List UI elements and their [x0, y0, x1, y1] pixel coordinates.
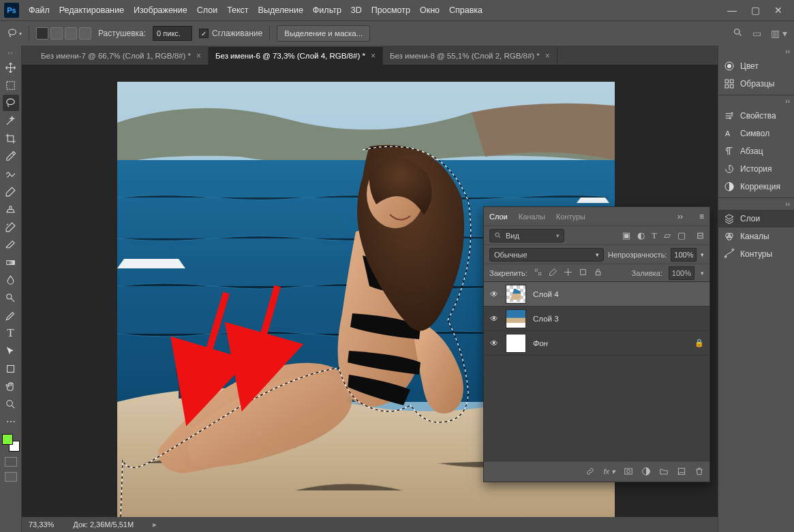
delete-layer-icon[interactable]	[694, 467, 704, 478]
layer-row[interactable]: 👁 Слой 3	[484, 307, 709, 331]
menu-layer[interactable]: Слои	[197, 5, 217, 15]
quick-mask-toggle[interactable]	[5, 457, 17, 467]
status-more-icon[interactable]: ▸	[153, 520, 157, 529]
filter-shape-icon[interactable]: ▱	[664, 230, 671, 241]
panel-character[interactable]: AСимвол	[718, 125, 794, 142]
history-brush-tool[interactable]	[3, 219, 19, 235]
window-close[interactable]: ✕	[767, 5, 790, 16]
add-adjustment-icon[interactable]	[641, 467, 651, 478]
filter-toggle-icon[interactable]: ⊟	[697, 230, 704, 241]
healing-brush-tool[interactable]	[3, 166, 19, 182]
move-tool[interactable]	[3, 59, 19, 76]
layer-name[interactable]: Слой 3	[533, 315, 559, 323]
filter-adjust-icon[interactable]: ◐	[637, 230, 645, 241]
window-maximize[interactable]: ▢	[744, 5, 767, 16]
panel-color[interactable]: Цвет	[718, 57, 794, 75]
visibility-toggle-icon[interactable]: 👁	[489, 339, 499, 348]
feather-input[interactable]: 0 пикс.	[153, 26, 192, 41]
fill-input[interactable]: 100%	[669, 266, 694, 280]
doc-tab-0[interactable]: Без имени-7 @ 66,7% (Слой 1, RGB/8#) *×	[34, 47, 209, 65]
eyedropper-tool[interactable]	[3, 148, 19, 164]
select-and-mask-button[interactable]: Выделение и маска...	[277, 25, 370, 42]
lock-position-icon[interactable]	[564, 268, 572, 278]
panel-channels[interactable]: Каналы	[718, 228, 794, 245]
menu-view[interactable]: Просмотр	[371, 5, 410, 15]
panel-layers[interactable]: Слои	[718, 210, 794, 228]
lock-all-icon[interactable]	[594, 268, 602, 278]
filter-pixel-icon[interactable]: ▣	[622, 230, 630, 241]
tab-paths[interactable]: Контуры	[556, 213, 585, 221]
dodge-tool[interactable]	[3, 290, 19, 306]
panel-history[interactable]: История	[718, 160, 794, 178]
menu-image[interactable]: Изображение	[134, 5, 187, 15]
antialias-checkbox[interactable]: ✓	[199, 29, 209, 38]
panel-swatches[interactable]: Образцы	[718, 75, 794, 93]
clone-stamp-tool[interactable]	[3, 201, 19, 217]
lock-transparent-icon[interactable]	[534, 268, 543, 278]
search-icon[interactable]	[733, 27, 743, 40]
menu-filter[interactable]: Фильтр	[313, 5, 341, 15]
collapse-icon[interactable]: ››	[718, 48, 794, 57]
menu-3d[interactable]: 3D	[351, 5, 362, 15]
layer-name[interactable]: Слой 4	[533, 290, 559, 298]
screen-mode-toggle[interactable]	[5, 472, 17, 482]
collapse-icon[interactable]: ››	[718, 200, 794, 210]
visibility-toggle-icon[interactable]: 👁	[489, 314, 499, 324]
status-doc-size[interactable]: Док: 2,36M/5,51M	[73, 520, 134, 529]
selection-add[interactable]	[50, 27, 63, 40]
new-layer-icon[interactable]	[677, 467, 686, 478]
link-layers-icon[interactable]	[585, 467, 595, 478]
layer-row[interactable]: 👁 Слой 4	[484, 282, 709, 307]
edit-toolbar[interactable]: ⋯	[3, 413, 19, 430]
crop-tool[interactable]	[3, 130, 19, 146]
lasso-tool[interactable]	[3, 95, 19, 111]
status-zoom[interactable]: 73,33%	[29, 520, 54, 529]
new-group-icon[interactable]	[659, 467, 669, 478]
filter-type-icon[interactable]: T	[652, 230, 657, 241]
lock-image-icon[interactable]	[549, 268, 558, 278]
close-tab-icon[interactable]: ×	[196, 51, 201, 61]
window-minimize[interactable]: —	[720, 5, 744, 16]
tab-channels[interactable]: Каналы	[519, 213, 545, 221]
doc-tab-1[interactable]: Без имени-6 @ 73,3% (Слой 4, RGB/8#) *×	[209, 47, 383, 65]
layer-style-icon[interactable]: fx ▾	[603, 467, 615, 476]
panel-adjustments[interactable]: Коррекция	[718, 178, 794, 195]
visibility-toggle-icon[interactable]: 👁	[489, 290, 499, 299]
layer-thumbnail[interactable]	[506, 334, 526, 353]
current-tool-icon[interactable]: ▾	[7, 26, 22, 41]
magic-wand-tool[interactable]	[3, 112, 19, 129]
marquee-tool[interactable]	[3, 77, 19, 93]
menu-help[interactable]: Справка	[449, 5, 483, 15]
foreground-color-swatch[interactable]	[2, 434, 13, 445]
type-tool[interactable]: T	[3, 325, 19, 341]
close-tab-icon[interactable]: ×	[371, 51, 376, 61]
shape-tool[interactable]	[3, 360, 19, 377]
add-mask-icon[interactable]	[624, 467, 633, 478]
pen-tool[interactable]	[3, 307, 19, 324]
screen-mode-icon[interactable]: ▭	[752, 28, 761, 39]
menu-window[interactable]: Окно	[420, 5, 440, 15]
menu-file[interactable]: Файл	[29, 5, 50, 15]
blur-tool[interactable]	[3, 272, 19, 288]
selection-intersect[interactable]	[79, 27, 91, 40]
brush-tool[interactable]	[3, 183, 19, 200]
blend-mode-select[interactable]: Обычные▾	[489, 248, 604, 262]
zoom-tool[interactable]	[3, 396, 19, 412]
layer-filter-kind[interactable]: Вид▾	[489, 229, 564, 242]
layers-panel[interactable]: Слои Каналы Контуры ›› ≡ Вид▾ ▣ ◐ T ▱ ▢ …	[483, 206, 710, 482]
layer-name[interactable]: Фон	[533, 339, 548, 347]
layer-thumbnail[interactable]	[506, 285, 526, 304]
filter-smart-icon[interactable]: ▢	[677, 230, 686, 241]
path-selection-tool[interactable]	[3, 343, 19, 359]
menu-edit[interactable]: Редактирование	[59, 5, 124, 15]
workspace-layout-icon[interactable]: ▥ ▾	[771, 28, 787, 39]
opacity-input[interactable]: 100%	[671, 248, 697, 262]
gradient-tool[interactable]	[3, 254, 19, 270]
menu-select[interactable]: Выделение	[258, 5, 303, 15]
menu-type[interactable]: Текст	[227, 5, 248, 15]
panel-properties[interactable]: Свойства	[718, 107, 794, 125]
doc-tab-2[interactable]: Без имени-8 @ 55,1% (Слой 2, RGB/8#) *×	[383, 47, 558, 65]
collapse-icon[interactable]: ››	[718, 97, 794, 107]
panel-paths[interactable]: Контуры	[718, 245, 794, 263]
panel-paragraph[interactable]: Абзац	[718, 142, 794, 160]
